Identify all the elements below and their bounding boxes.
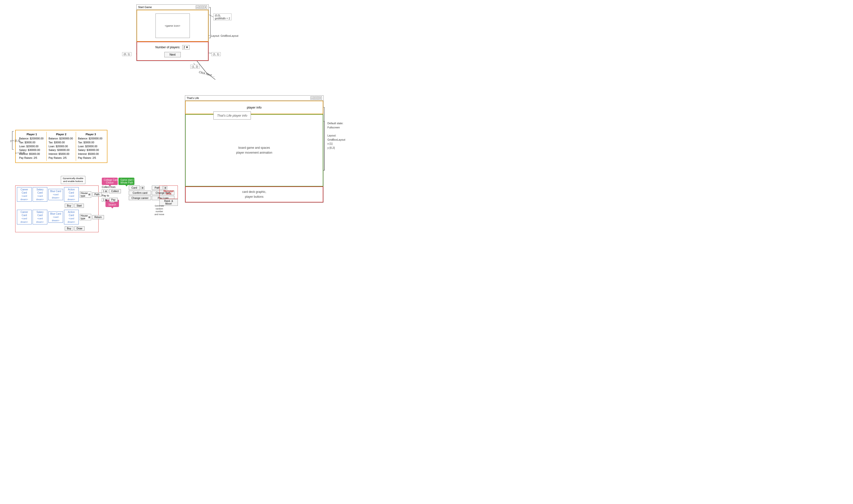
minimize-btn[interactable]: — [196, 5, 199, 9]
player-3-salary: Salary: $30000.00 [78, 148, 99, 152]
message-area: Message Area [159, 185, 178, 199]
tl-layout-text: Layout: GridBoxLayout x [1] y [0,2] [327, 134, 345, 149]
college-career-bubble[interactable]: College Career Choice [102, 178, 118, 185]
next-button[interactable]: Next [164, 52, 181, 57]
game-icon-box: <game icon> [156, 14, 190, 38]
salary-card-btn-2[interactable]: Salary Card<card dream> [33, 210, 47, 224]
draw-btn[interactable]: Draw [74, 227, 84, 231]
buy-start-row: Buy Start [65, 204, 84, 208]
close-btn[interactable]: × [204, 5, 207, 9]
player-1-salary: Salary: $30000.00 [19, 148, 40, 152]
player-3-name: Player 3 [78, 133, 104, 136]
player-info-label: player info [247, 106, 262, 109]
player-1-name: Player 1 [19, 133, 45, 136]
career-card-btn-2[interactable]: Career Card<card dream> [17, 210, 32, 224]
player-2-balance-row: Balance: $200000.00 [49, 137, 74, 141]
house-type-select-1[interactable]: House type ⊞ [80, 191, 91, 198]
card-row-1: Career Card<card dream> Salary Card<card… [17, 187, 102, 202]
player-1-loan: Loan: $20000.00 [19, 145, 38, 148]
blue-card-btn-1[interactable]: Blue Card<card dream> [48, 189, 63, 200]
tl-player-info-large-text: That's Life player info [217, 114, 247, 118]
confirm-card-btn[interactable]: Confirm card [129, 191, 151, 195]
game-start-bubble[interactable]: Game start / Whole Path [119, 178, 134, 185]
start-game-top-panel: <game icon> [137, 10, 208, 42]
player-2-tax-row: Tax: $3000.00 [49, 141, 74, 145]
house-type-spinner-icon-2: ⊞ [88, 216, 90, 219]
buy-btn-1[interactable]: Buy [65, 204, 73, 208]
thats-life-card-panel: card deck graphic, player buttons [185, 186, 323, 202]
player-2-loan: Loan: $20000.00 [49, 145, 68, 148]
card-label-btn[interactable]: Card [129, 185, 140, 190]
player-1-column: Player 1 Balance: $200000.00 Tax: $3000.… [17, 132, 47, 161]
tl-window-controls: — □ × [311, 96, 322, 100]
thats-life-board-panel: board game and spaces player movement an… [185, 114, 323, 186]
maximize-btn[interactable]: □ [199, 5, 203, 9]
player-2-loan-row: Loan: $20000.00 [49, 145, 74, 148]
pay-spinner-arrows: ⊞ [105, 198, 107, 201]
path-btn-1[interactable]: Path [92, 192, 102, 197]
click-next-annotation: Click Next ... [198, 70, 215, 78]
num-players-label: Number of players: [156, 46, 180, 49]
pay-spinner[interactable]: 1 ⊞ [102, 198, 108, 202]
player-2-tax: Tax: $3000.00 [49, 141, 65, 145]
tl-close-btn[interactable]: × [318, 96, 322, 100]
dropdown-arrow-icon: ▼ [186, 46, 189, 49]
collect-spinner-arrows: ⊞ [105, 190, 107, 193]
action-card-btn-1[interactable]: Action Card<card dream> [64, 187, 79, 202]
player-1-pay-raises: Pay Raises: 2/5 [19, 156, 37, 160]
num-players-select[interactable]: 2 ▼ [182, 45, 190, 50]
player-2-name: Player 2 [49, 133, 74, 136]
collect-spinner[interactable]: 1 ⊞ [102, 190, 108, 193]
num-players-row: Number of players: 2 ▼ [156, 45, 190, 50]
start-btn[interactable]: Start [74, 204, 84, 208]
thats-life-player-info-panel: player info [185, 101, 323, 114]
player-2-balance: Balance: $200000.00 [49, 137, 73, 141]
start-game-titlebar: Start Game — □ × [137, 5, 208, 10]
player-1-interest: Interest: $5000.00 [19, 152, 40, 156]
collect-btn[interactable]: Collect [109, 189, 121, 193]
player-3-pay-raises-row: Pay Raises: 2/5 [78, 156, 104, 160]
player-2-salary: Salary: $30000.00 [49, 148, 69, 152]
player-1-balance: Balance: $200000.00 [19, 137, 43, 141]
pay-btn[interactable]: Pay [109, 198, 118, 202]
change-career-btn[interactable]: Change career [129, 196, 151, 200]
house-type-spinner-icon-1: ⊞ [88, 193, 90, 196]
buy-btn-2[interactable]: Buy [65, 227, 73, 231]
generate-random-annotation: Generate random number and move [155, 204, 164, 216]
player-1-salary-row: Salary: $30000.00 [19, 148, 45, 152]
player-1-balance-row: Balance: $200000.00 [19, 137, 45, 141]
player-3-loan-row: Loan: $20000.00 [78, 145, 104, 148]
card-spinner[interactable]: ⊞ [141, 186, 144, 190]
thats-life-player-info-large: That's Life player info [213, 111, 251, 120]
player-1-interest-row: Interest: $5000.00 [19, 152, 45, 156]
salary-card-btn-1[interactable]: Salary Card<card dream> [33, 187, 47, 202]
player-3-pay-raises: Pay Raises: 2/5 [78, 156, 96, 160]
career-card-btn-1[interactable]: Career Card<card dream> [17, 187, 32, 202]
tl-maximize-btn[interactable]: □ [314, 96, 318, 100]
blue-card-btn-2[interactable]: Blue Card<card dream> [48, 212, 63, 223]
house-type-select-2[interactable]: House type ⊞ [80, 214, 91, 220]
collect-spinner-row: 1 ⊞ Collect [102, 189, 121, 193]
dyn-disable-text: Dynamically disable and enable buttons [63, 177, 83, 182]
start-game-title: Start Game [138, 6, 152, 8]
player-info-section: Player 1 Balance: $200000.00 Tax: $3000.… [15, 130, 107, 163]
return-btn[interactable]: Return [92, 215, 104, 219]
pos-11-box: (1, 1) [211, 52, 221, 56]
tl-minimize-btn[interactable]: — [311, 96, 314, 100]
player-3-tax: Tax: $3000.00 [78, 141, 94, 145]
pos-01-box: (0, 1) [122, 52, 132, 56]
layout-annotation-text: Layout: GridBoxLayout [211, 34, 238, 37]
player-3-salary-row: Salary: $30000.00 [78, 148, 104, 152]
action-card-btn-2[interactable]: Action Card<card dream> [64, 210, 79, 224]
tl-layout-annotation: Layout: GridBoxLayout x [1] y [0,2] [327, 133, 345, 150]
pos-01-annotation: (0, 1) [122, 52, 132, 56]
player-3-tax-row: Tax: $3000.00 [78, 141, 104, 145]
player-3-balance: Balance: $200000.00 [78, 137, 102, 141]
player-3-interest: Interest: $5000.00 [78, 152, 99, 156]
pay-spinner-value: 1 [103, 198, 104, 201]
pos-12-annotation: (1, 2) [190, 65, 199, 69]
buy-draw-row: Buy Draw [65, 227, 85, 231]
card-deck-section: Career Card<card dream> Salary Card<card… [15, 185, 99, 232]
player-3-loan: Loan: $20000.00 [78, 145, 98, 148]
player-3-column: Player 3 Balance: $200000.00 Tax: $3000.… [76, 132, 105, 161]
